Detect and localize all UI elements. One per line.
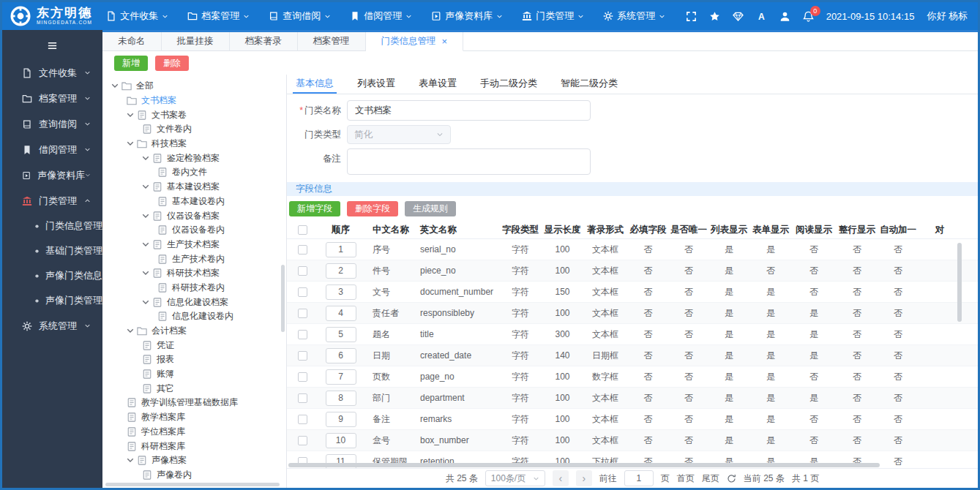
tab-门类信息管理[interactable]: 门类信息管理× — [366, 32, 464, 51]
last-page-link[interactable]: 尾页 — [702, 472, 719, 485]
tree-node[interactable]: 科技档案 — [102, 137, 286, 151]
user-icon[interactable] — [779, 11, 790, 22]
collapse-menu-icon[interactable] — [46, 40, 59, 51]
order-input[interactable]: 10 — [326, 433, 356, 448]
order-input[interactable]: 6 — [326, 348, 356, 363]
fullscreen-icon[interactable] — [686, 11, 697, 22]
first-page-link[interactable]: 首页 — [677, 472, 695, 485]
delete-button[interactable]: 删除 — [155, 56, 189, 71]
page-size-select[interactable]: 100条/页 — [485, 470, 545, 486]
table-row[interactable]: 2件号piece_no字符100文本框否否是否否否否 — [287, 260, 978, 282]
order-input[interactable]: 7 — [326, 369, 356, 385]
notifications-button[interactable]: 0 — [803, 11, 814, 22]
table-row[interactable]: 6日期created_date字符140日期框否否是是是否否 — [287, 345, 978, 366]
tree-node[interactable]: 生产技术档案 — [102, 238, 286, 252]
page-number-input[interactable] — [624, 470, 654, 486]
caret-down-icon[interactable] — [141, 241, 151, 248]
tree-node[interactable]: 教学档案库 — [102, 410, 286, 425]
tree-node[interactable]: 文书档案 — [102, 94, 286, 108]
detail-tab-列表设置[interactable]: 列表设置 — [354, 75, 398, 94]
tab-未命名[interactable]: 未命名 — [102, 32, 162, 51]
sidebar-subitem[interactable]: 声像门类管理 — [2, 288, 102, 313]
caret-down-icon[interactable] — [141, 299, 151, 306]
add-button[interactable]: 新增 — [114, 56, 148, 71]
tree-node[interactable]: 声像卷内 — [102, 468, 286, 483]
next-page-button[interactable]: › — [576, 470, 592, 486]
detail-tab-智能二级分类[interactable]: 智能二级分类 — [558, 75, 621, 94]
row-checkbox[interactable] — [298, 245, 307, 255]
tree-node[interactable]: 信息化建设档案 — [102, 295, 286, 309]
detail-tab-表单设置[interactable]: 表单设置 — [416, 75, 460, 94]
sidebar-subitem[interactable]: 基础门类管理 — [2, 238, 102, 263]
tree-node[interactable]: 信息化建设卷内 — [102, 309, 286, 324]
caret-down-icon[interactable] — [110, 83, 120, 89]
table-vertical-scrollbar[interactable] — [957, 243, 962, 322]
sidebar-item[interactable]: 文件收集 — [2, 60, 102, 86]
tree-node[interactable]: 学位档案库 — [102, 425, 286, 440]
caret-down-icon[interactable] — [141, 184, 151, 190]
table-row[interactable]: 4责任者responsibleby字符100文本框否否是是是否否 — [287, 303, 978, 324]
row-checkbox[interactable] — [298, 351, 307, 361]
row-checkbox[interactable] — [298, 393, 307, 403]
add-field-button[interactable]: 新增字段 — [289, 201, 340, 216]
tree-node[interactable]: 基本建设档案 — [102, 180, 286, 195]
caret-down-icon[interactable] — [141, 213, 151, 219]
generate-rule-button[interactable]: 生成规则 — [405, 201, 456, 216]
tab-批量挂接[interactable]: 批量挂接 — [162, 32, 230, 51]
row-checkbox[interactable] — [298, 309, 307, 318]
order-input[interactable]: 2 — [326, 263, 356, 279]
category-name-input[interactable] — [347, 100, 591, 121]
caret-down-icon[interactable] — [125, 328, 135, 334]
row-checkbox[interactable] — [298, 415, 307, 424]
topnav-item-book[interactable]: 查询借阅 — [259, 2, 340, 30]
prev-page-button[interactable]: ‹ — [553, 470, 569, 486]
table-row[interactable]: 1序号serial_no字符100文本框否否是是否否否 — [287, 239, 978, 260]
tree-node[interactable]: 全部 — [102, 79, 286, 94]
topnav-item-folder[interactable]: 档案管理 — [178, 2, 259, 30]
caret-down-icon[interactable] — [125, 457, 135, 464]
delete-field-button[interactable]: 删除字段 — [347, 201, 398, 216]
sidebar-item[interactable]: 档案管理 — [2, 86, 102, 111]
tree-node[interactable]: 凭证 — [102, 338, 286, 353]
font-size-icon[interactable]: A — [756, 11, 767, 22]
tree-node[interactable]: 教学训练管理基础数据库 — [102, 396, 286, 410]
close-icon[interactable]: × — [442, 36, 448, 47]
tab-档案著录[interactable]: 档案著录 — [230, 32, 298, 51]
sidebar-item[interactable]: 借阅管理 — [2, 137, 102, 162]
tree-node[interactable]: 声像档案 — [102, 453, 286, 468]
detail-tab-基本信息[interactable]: 基本信息 — [293, 75, 337, 94]
tree-node[interactable]: 基本建设卷内 — [102, 195, 286, 209]
category-type-select[interactable]: 简化 — [347, 125, 451, 144]
topnav-item-media[interactable]: 声像资料库 — [422, 2, 512, 30]
remark-textarea[interactable] — [347, 148, 591, 175]
order-input[interactable]: 4 — [326, 306, 356, 321]
topnav-item-gear[interactable]: 系统管理 — [594, 2, 675, 30]
tab-档案管理[interactable]: 档案管理 — [298, 32, 366, 51]
table-row[interactable]: 8部门department字符100文本框否否是是是否否 — [287, 388, 978, 409]
caret-down-icon[interactable] — [141, 155, 151, 162]
favorite-icon[interactable] — [709, 11, 720, 22]
order-input[interactable]: 5 — [326, 327, 356, 342]
caret-down-icon[interactable] — [125, 140, 135, 147]
detail-tab-手动二级分类[interactable]: 手动二级分类 — [477, 75, 540, 94]
row-checkbox[interactable] — [298, 372, 307, 382]
sidebar-item[interactable]: 声像资料库 — [2, 162, 102, 188]
topnav-item-bank[interactable]: 门类管理 — [512, 2, 594, 30]
tree-horizontal-scrollbar[interactable] — [105, 483, 280, 486]
user-greeting[interactable]: 你好 杨标 — [927, 10, 968, 23]
caret-down-icon[interactable] — [125, 112, 135, 118]
table-row[interactable]: 10盒号box_number字符100文本框否否是是否否否 — [287, 430, 978, 451]
order-input[interactable]: 9 — [326, 412, 356, 427]
table-row[interactable]: 5题名title字符300文本框否否是是是否否 — [287, 324, 978, 345]
table-row[interactable]: 9备注remarks字符100文本框否否是是否否否 — [287, 409, 978, 430]
tree-node[interactable]: 报表 — [102, 353, 286, 367]
table-row[interactable]: 7页数page_no字符100数字框否否是是否否否 — [287, 366, 978, 388]
tree-node[interactable]: 会计档案 — [102, 324, 286, 339]
tree-node[interactable]: 文书案卷 — [102, 108, 286, 122]
tree-node[interactable]: 其它 — [102, 381, 286, 396]
select-all-checkbox[interactable] — [298, 225, 307, 235]
sidebar-item[interactable]: 系统管理 — [2, 313, 102, 339]
tree-node[interactable]: 鉴定检验档案 — [102, 151, 286, 165]
table-row[interactable]: 3文号document_number字符150文本框否否是是否否否 — [287, 282, 978, 303]
order-input[interactable]: 1 — [326, 242, 356, 257]
